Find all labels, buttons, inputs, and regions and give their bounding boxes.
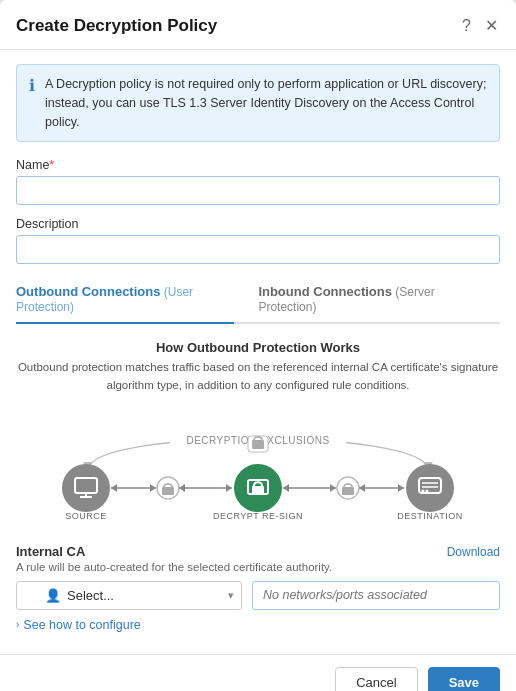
ca-desc: A rule will be auto-created for the sele… [16, 561, 500, 573]
ca-row: 👤 Select... ▾ [16, 581, 500, 610]
outbound-section-desc: Outbound protection matches traffic base… [16, 359, 500, 394]
diagram-svg: DECRYPTION EXCLUSIONS SOURCE [16, 408, 500, 528]
modal-footer: Cancel Save [0, 654, 516, 691]
svg-text:DESTINATION: DESTINATION [397, 511, 462, 521]
help-icon: ? [462, 17, 471, 35]
svg-marker-37 [398, 484, 404, 492]
info-banner-text: A Decryption policy is not required only… [45, 75, 487, 131]
info-icon: ℹ [29, 76, 35, 131]
cancel-button[interactable]: Cancel [335, 667, 417, 691]
chevron-down-icon: ▾ [228, 589, 234, 602]
modal-header: Create Decryption Policy ? ✕ [0, 0, 516, 50]
svg-rect-19 [252, 486, 264, 494]
svg-point-29 [406, 464, 454, 512]
svg-rect-5 [252, 440, 264, 449]
svg-text:SOURCE: SOURCE [65, 511, 107, 521]
svg-marker-27 [330, 484, 336, 492]
modal-title: Create Decryption Policy [16, 16, 217, 36]
outbound-section-title: How Outbound Protection Works [16, 340, 500, 355]
tab-outbound-main: Outbound Connections [16, 284, 160, 299]
svg-marker-16 [111, 484, 117, 492]
tab-inbound[interactable]: Inbound Connections (Server Protection) [258, 276, 476, 324]
description-field-group: Description [16, 217, 500, 264]
user-icon: 👤 [45, 588, 61, 603]
svg-point-6 [62, 464, 110, 512]
svg-marker-28 [283, 484, 289, 492]
close-icon: ✕ [485, 16, 498, 35]
svg-marker-23 [179, 484, 185, 492]
svg-rect-25 [342, 487, 354, 495]
ca-section: Internal CA Download A rule will be auto… [16, 544, 500, 632]
svg-text:DECRYPT RE-SIGN: DECRYPT RE-SIGN [213, 511, 303, 521]
name-required: * [49, 158, 54, 172]
svg-point-34 [426, 489, 429, 492]
ca-select-button[interactable]: 👤 Select... ▾ [16, 581, 242, 610]
create-decryption-policy-modal: Create Decryption Policy ? ✕ ℹ A Decrypt… [0, 0, 516, 691]
ca-download-link[interactable]: Download [447, 545, 500, 559]
name-field-group: Name* [16, 158, 500, 205]
tabs-row: Outbound Connections (User Protection) I… [16, 276, 500, 324]
svg-rect-13 [162, 487, 174, 495]
svg-point-33 [422, 489, 425, 492]
modal-body: ℹ A Decryption policy is not required on… [0, 50, 516, 654]
ca-select-label: Select... [67, 588, 114, 603]
save-button[interactable]: Save [428, 667, 500, 691]
outbound-diagram: DECRYPTION EXCLUSIONS SOURCE [16, 408, 500, 528]
description-label: Description [16, 217, 500, 231]
name-label: Name* [16, 158, 500, 172]
tab-outbound[interactable]: Outbound Connections (User Protection) [16, 276, 234, 324]
svg-marker-15 [150, 484, 156, 492]
tab-inbound-main: Inbound Connections [258, 284, 392, 299]
close-button[interactable]: ✕ [483, 14, 500, 37]
name-input[interactable] [16, 176, 500, 205]
info-banner: ℹ A Decryption policy is not required on… [16, 64, 500, 142]
configure-link-label: See how to configure [23, 618, 140, 632]
ca-header: Internal CA Download [16, 544, 500, 559]
description-input[interactable] [16, 235, 500, 264]
svg-marker-22 [226, 484, 232, 492]
ca-select-wrapper: 👤 Select... ▾ [16, 581, 242, 610]
svg-marker-38 [359, 484, 365, 492]
header-icons: ? ✕ [460, 14, 500, 37]
help-button[interactable]: ? [460, 15, 473, 37]
ca-label: Internal CA [16, 544, 85, 559]
networks-input[interactable] [252, 581, 500, 610]
configure-link[interactable]: › See how to configure [16, 618, 500, 632]
chevron-right-icon: › [16, 619, 19, 630]
